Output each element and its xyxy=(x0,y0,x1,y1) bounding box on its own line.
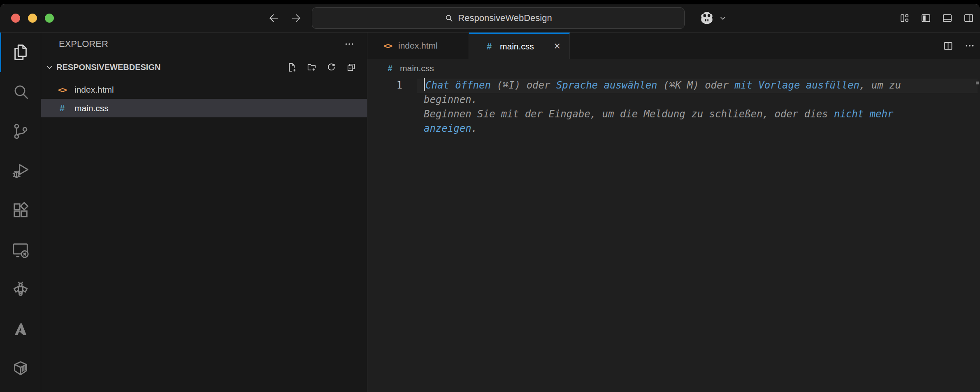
more-actions-button[interactable] xyxy=(964,40,975,51)
tab-label: main.css xyxy=(500,42,534,51)
sidebar-title: EXPLORER xyxy=(59,39,108,49)
collapse-all-icon xyxy=(346,62,356,72)
workbench: EXPLORER RESPONSIVEWEBDESIGN xyxy=(0,33,980,392)
close-tab-button[interactable]: × xyxy=(554,41,560,52)
html-file-icon: <> xyxy=(57,85,67,95)
placeholder-line-2: Beginnen Sie mit der Eingabe, um die Mel… xyxy=(424,107,911,136)
new-folder-button[interactable] xyxy=(307,62,317,72)
toggle-panel-button[interactable] xyxy=(942,13,953,24)
extensions-icon xyxy=(11,201,30,220)
folder-section-header[interactable]: RESPONSIVEWEBDESIGN xyxy=(41,57,367,77)
fill-with-template-link[interactable]: mit Vorlage ausfüllen xyxy=(734,79,859,91)
refresh-button[interactable] xyxy=(326,62,337,72)
activity-item-robot-extension[interactable] xyxy=(0,270,41,309)
text-cursor-caret xyxy=(424,78,425,91)
ellipsis-icon xyxy=(964,40,975,51)
editor-actions xyxy=(943,33,975,59)
new-folder-icon xyxy=(307,62,317,72)
placeholder-line-1: Chat öffnen (⌘I) oder Sprache auswählen … xyxy=(424,78,911,107)
editor-placeholder: Chat öffnen (⌘I) oder Sprache auswählen … xyxy=(424,78,911,136)
remote-explorer-icon xyxy=(11,240,30,259)
line-number: 1 xyxy=(367,78,402,93)
arrow-right-icon xyxy=(290,12,303,25)
activity-item-remote-explorer[interactable] xyxy=(0,230,41,270)
chevron-down-icon xyxy=(719,14,727,22)
tab-bar: <> index.html # main.css × xyxy=(367,33,980,59)
explorer-more-actions-button[interactable] xyxy=(344,39,355,49)
git-branch-icon xyxy=(11,122,30,141)
command-center-text: ResponsiveWebDesign xyxy=(458,13,552,23)
window-controls xyxy=(11,14,54,23)
new-file-icon xyxy=(287,62,297,72)
css-file-icon: # xyxy=(57,103,67,114)
forward-button[interactable] xyxy=(288,10,304,26)
editor-group: <> index.html # main.css × xyxy=(367,33,980,392)
activity-item-containers[interactable] xyxy=(0,349,41,388)
layout-controls xyxy=(899,13,974,24)
arrow-left-icon xyxy=(267,12,280,25)
ellipsis-icon xyxy=(344,39,355,49)
activity-bar xyxy=(0,33,41,392)
overview-ruler-cursor-marker xyxy=(976,82,979,84)
command-center-search[interactable]: ResponsiveWebDesign xyxy=(312,7,685,29)
activity-item-run-and-debug[interactable] xyxy=(0,151,41,191)
toggle-primary-sidebar-button[interactable] xyxy=(920,13,931,24)
chevron-down-icon xyxy=(45,63,53,71)
file-row-index-html[interactable]: <> index.html xyxy=(41,80,367,99)
folder-name: RESPONSIVEWEBDESIGN xyxy=(56,63,160,72)
refresh-icon xyxy=(326,62,337,72)
minimize-window-button[interactable] xyxy=(28,14,37,23)
files-icon xyxy=(11,43,30,62)
breadcrumb-file: main.css xyxy=(400,63,434,73)
sidebar-left-icon xyxy=(920,13,931,24)
zoom-window-button[interactable] xyxy=(45,14,54,23)
sidebar-right-icon xyxy=(963,13,974,24)
close-window-button[interactable] xyxy=(11,14,20,23)
activity-item-extensions[interactable] xyxy=(0,191,41,230)
explorer-sidebar: EXPLORER RESPONSIVEWEBDESIGN xyxy=(41,33,367,392)
back-button[interactable] xyxy=(265,10,282,26)
customize-layout-icon xyxy=(899,13,910,24)
search-icon xyxy=(444,14,453,23)
css-file-icon: # xyxy=(385,64,395,73)
file-name: index.html xyxy=(74,85,114,95)
search-icon xyxy=(11,82,30,101)
sidebar-header: EXPLORER xyxy=(41,33,367,56)
ghost-text: Beginnen Sie mit der Eingabe, um die Mel… xyxy=(424,108,834,120)
new-file-button[interactable] xyxy=(287,62,297,72)
tab-label: index.html xyxy=(398,41,438,51)
container-box-icon xyxy=(11,359,30,378)
css-file-icon: # xyxy=(484,41,495,52)
collapse-folders-button[interactable] xyxy=(346,62,356,72)
activity-item-explorer[interactable] xyxy=(0,33,41,72)
title-bar: ResponsiveWebDesign xyxy=(0,4,980,33)
tab-main-css[interactable]: # main.css × xyxy=(469,33,570,59)
open-chat-link[interactable]: Chat öffnen xyxy=(425,79,491,91)
activity-item-search[interactable] xyxy=(0,72,41,112)
vscode-window: ResponsiveWebDesign xyxy=(0,4,980,392)
robot-icon xyxy=(11,280,30,299)
activity-item-azure[interactable] xyxy=(0,309,41,349)
activity-item-source-control[interactable] xyxy=(0,112,41,151)
file-name: main.css xyxy=(74,103,109,113)
split-editor-button[interactable] xyxy=(943,40,954,51)
ghost-text: (⌘K M) oder xyxy=(657,79,735,91)
tab-index-html[interactable]: <> index.html xyxy=(367,33,469,59)
copilot-icon xyxy=(698,10,715,26)
customize-layout-button[interactable] xyxy=(899,13,910,24)
split-editor-icon xyxy=(943,40,954,51)
choose-language-link[interactable]: Sprache auswählen xyxy=(556,79,657,91)
file-list: <> index.html # main.css xyxy=(41,80,367,117)
code-editor[interactable]: 1 Chat öffnen (⌘I) oder Sprache auswähle… xyxy=(367,78,980,392)
html-file-icon: <> xyxy=(382,41,393,51)
copilot-menu[interactable] xyxy=(698,10,727,26)
ghost-text: . xyxy=(471,123,477,134)
ghost-text: (⌘I) oder xyxy=(491,79,556,91)
folder-actions xyxy=(287,62,356,72)
panel-bottom-icon xyxy=(942,13,953,24)
azure-icon xyxy=(11,320,30,338)
debug-play-icon xyxy=(11,161,30,180)
toggle-secondary-sidebar-button[interactable] xyxy=(963,13,974,24)
file-row-main-css[interactable]: # main.css xyxy=(41,99,367,117)
breadcrumb[interactable]: # main.css xyxy=(367,59,980,78)
